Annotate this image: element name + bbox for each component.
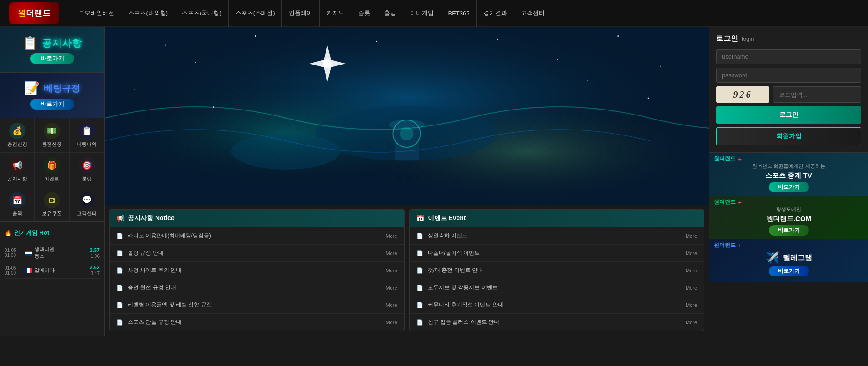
action-notice[interactable]: 📢 공지사항 [0, 153, 35, 187]
svg-point-14 [134, 89, 135, 90]
login-button[interactable]: 로그인 [716, 106, 861, 124]
right-banner-telegram[interactable]: 원더랜드 + ✈️ 텔레그램 바로가기 [709, 239, 868, 282]
svg-point-5 [195, 62, 196, 63]
game-row: 01-05 01:00 알메리아 2.62 3.47 [5, 262, 100, 279]
nav-item-sports-dom[interactable]: 스포츠(국내형) [175, 0, 229, 27]
svg-point-13 [660, 66, 661, 67]
svg-point-9 [437, 48, 437, 49]
svg-point-8 [376, 41, 377, 42]
nav-item-casino[interactable]: 카지노 [320, 0, 351, 27]
svg-point-19 [231, 133, 341, 170]
svg-point-4 [164, 45, 166, 46]
action-refund[interactable]: 💵 환전신청 [35, 118, 69, 153]
notice-text-0[interactable]: 카지노 이용안내(최대베팅/당점금) [128, 232, 381, 240]
event-text-0[interactable]: 생일축하 이벤트 [428, 232, 681, 240]
notice-row-0: 📄 카지노 이용안내(최대베팅/당점금) More [110, 227, 404, 245]
register-button[interactable]: 회원가입 [716, 127, 861, 145]
notice-banner-btn[interactable]: 바로가기 [30, 53, 74, 64]
right-panel: 로그인 login 926 로그인 회원가입 원더랜드 + 원더랜드 회원들 [709, 27, 868, 336]
event-text-3[interactable]: 오류제보 및 각증제보 이벤트 [428, 284, 681, 291]
domain-btn[interactable]: 바로가기 [769, 225, 809, 236]
nav-item-results[interactable]: 경기결과 [477, 0, 514, 27]
action-roulette[interactable]: 🎯 룰렛 [70, 153, 104, 187]
event-row-3: 📄 오류제보 및 각증제보 이벤트 More [410, 279, 704, 296]
action-event[interactable]: 🎁 이벤트 [35, 153, 69, 187]
event-row-2: 📄 첫/매 충전 이벤트 안내 More [410, 262, 704, 279]
nav-item-mobile[interactable]: □ 모바일버전 [73, 0, 121, 27]
event-row-5: 📄 신규 입금 플러스 이벤트 안내 More [410, 314, 704, 331]
action-customer-service[interactable]: 💬 고객센터 [70, 187, 104, 221]
action-checkin[interactable]: 📅 출첵 [0, 187, 35, 221]
notice-more-1[interactable]: More [386, 251, 397, 256]
action-charge[interactable]: 💰 충전신청 [0, 118, 35, 153]
notice-text-5[interactable]: 스포츠 단폴 규정 안내 [128, 318, 381, 326]
notice-row-3: 📄 충전 완전 규정 안내 More [110, 279, 404, 296]
svg-point-17 [648, 98, 649, 99]
notice-more-4[interactable]: More [386, 302, 397, 308]
events-section: 📅 이벤트 Event 📄 생일축하 이벤트 More 📄 다폴더/올미적 이벤… [409, 209, 705, 331]
nav-item-cs[interactable]: 고객센터 [514, 0, 552, 27]
logo[interactable]: 원더랜드 [9, 2, 59, 24]
right-banner-domain[interactable]: 원더랜드 + 평생도메인 원더랜드.COM 바로가기 [709, 196, 868, 239]
nav-item-bet365[interactable]: BET365 [441, 0, 477, 27]
notice-row-4: 📄 레벨별 이용금액 및 레벨 상향 규정 More [110, 296, 404, 314]
hero-banner [105, 27, 709, 205]
event-text-4[interactable]: 커뮤니티 후기작성 이벤트 안내 [428, 301, 681, 309]
event-text-1[interactable]: 다폴더/올미적 이벤트 [428, 249, 681, 257]
right-banner-sports[interactable]: 원더랜드 + 원더랜드 회원들에게만 제공하는 스포츠 중계 TV 바로가기 [709, 153, 868, 196]
svg-point-6 [255, 35, 256, 37]
notices-section: 📢 공지사항 Notice 📄 카지노 이용안내(최대베팅/당점금) More … [109, 209, 405, 331]
captcha-input[interactable] [773, 86, 861, 103]
action-coupon[interactable]: 🎟 보유쿠폰 [35, 187, 69, 221]
notice-row-1: 📄 롤링 규정 안내 More [110, 245, 404, 262]
nav-item-sports-special[interactable]: 스포츠(스페셜) [229, 0, 282, 27]
nav-item-slot[interactable]: 슬롯 [351, 0, 377, 27]
notice-text-2[interactable]: 사정 사이트 주의 안내 [128, 266, 381, 274]
notice-more-5[interactable]: More [386, 320, 397, 325]
left-sidebar: 📋 공지사항 바로가기 📝 베팅규정 바로가기 💰 충전신청 💵 환전신청 [0, 27, 105, 336]
betting-banner-title: 베팅규정 [44, 82, 80, 95]
event-more-4[interactable]: More [686, 302, 697, 308]
nav-item-inplay[interactable]: 인플레이 [282, 0, 320, 27]
event-row-4: 📄 커뮤니티 후기작성 이벤트 안내 More [410, 296, 704, 314]
event-more-3[interactable]: More [686, 285, 697, 291]
nav-item-sports-intl[interactable]: 스포츠(해외형) [121, 0, 175, 27]
username-input[interactable] [716, 49, 861, 64]
event-more-2[interactable]: More [686, 268, 697, 273]
event-more-5[interactable]: More [686, 320, 697, 325]
notice-row-5: 📄 스포츠 단폴 규정 안내 More [110, 314, 404, 331]
action-betting-history[interactable]: 📋 베팅내역 [70, 118, 104, 153]
nav-item-minigame[interactable]: 미니게임 [403, 0, 441, 27]
notice-more-2[interactable]: More [386, 268, 397, 273]
notice-text-4[interactable]: 레벨별 이용금액 및 레벨 상향 규정 [128, 301, 381, 309]
center-content: 📢 공지사항 Notice 📄 카지노 이용안내(최대베팅/당점금) More … [105, 27, 709, 336]
login-subtitle: login [742, 35, 754, 42]
svg-point-10 [497, 39, 498, 40]
notice-banner[interactable]: 📋 공지사항 바로가기 [0, 27, 104, 73]
notice-more-3[interactable]: More [386, 285, 397, 291]
betting-banner[interactable]: 📝 베팅규정 바로가기 [0, 73, 104, 118]
top-nav: 원더랜드 □ 모바일버전 스포츠(해외형) 스포츠(국내형) 스포츠(스페셜) … [0, 0, 868, 27]
betting-banner-btn[interactable]: 바로가기 [30, 99, 74, 110]
event-text-5[interactable]: 신규 입금 플러스 이벤트 안내 [428, 318, 681, 326]
notice-text-3[interactable]: 충전 완전 규정 안내 [128, 284, 381, 291]
captcha-image: 926 [716, 86, 769, 103]
notice-text-1[interactable]: 롤링 규정 안내 [128, 249, 381, 257]
svg-point-16 [587, 80, 588, 81]
notice-more-0[interactable]: More [386, 233, 397, 239]
events-header: 📅 이벤트 Event [410, 210, 704, 227]
telegram-btn[interactable]: 바로가기 [769, 266, 809, 276]
popular-title: 🔥 인기게임 Hot [5, 226, 100, 241]
event-more-0[interactable]: More [686, 233, 697, 239]
svg-point-11 [557, 59, 558, 60]
event-more-1[interactable]: More [686, 251, 697, 256]
sports-tv-btn[interactable]: 바로가기 [769, 182, 809, 192]
login-title: 로그인 login [716, 34, 861, 44]
game-row: 01-05 01:00 생태니엔 렝스 3.57 1.96 [5, 244, 100, 262]
svg-point-7 [316, 54, 316, 55]
nav-item-holdem[interactable]: 홈딩 [377, 0, 403, 27]
login-section: 로그인 login 926 로그인 회원가입 [709, 27, 868, 153]
notice-banner-title: 공지사항 [42, 36, 82, 50]
password-input[interactable] [716, 68, 861, 83]
event-text-2[interactable]: 첫/매 충전 이벤트 안내 [428, 266, 681, 274]
